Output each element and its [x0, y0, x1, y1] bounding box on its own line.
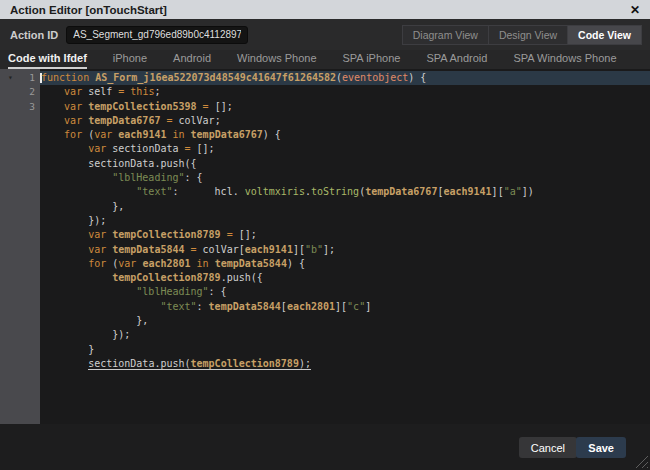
gutter-line	[0, 300, 40, 314]
editor-gutter: ▾123	[0, 69, 40, 424]
platform-tabs: Code with IfdefiPhoneAndroidWindows Phon…	[0, 50, 650, 69]
tab-iphone[interactable]: iPhone	[113, 52, 147, 69]
view-button-design-view[interactable]: Design View	[489, 25, 568, 45]
action-id-label: Action ID	[10, 29, 58, 41]
code-line: var tempData5844 = colVar[each9141]["b"]…	[40, 243, 650, 257]
code-line: "lblHeading": {	[40, 171, 650, 185]
line-number: 3	[29, 101, 35, 112]
gutter-line	[0, 157, 40, 171]
save-button[interactable]: Save	[576, 437, 626, 458]
action-editor-dialog: Action Editor [onTouchStart] ✕ Action ID…	[0, 0, 650, 470]
gutter-line	[0, 214, 40, 228]
code-line: "text": hcl. voltmxiris.toString(tempDat…	[40, 185, 650, 199]
cancel-button[interactable]: Cancel	[519, 437, 577, 458]
code-line: });	[40, 214, 650, 228]
gutter-line	[0, 243, 40, 257]
gutter-line	[0, 171, 40, 185]
gutter-line	[0, 343, 40, 357]
gutter-line	[0, 271, 40, 285]
resize-grip-icon[interactable]	[634, 454, 648, 468]
code-line: sectionData.push({	[40, 157, 650, 171]
gutter-line	[0, 257, 40, 271]
gutter-line	[0, 314, 40, 328]
tab-spa-windows-phone[interactable]: SPA Windows Phone	[513, 52, 616, 69]
gutter-line	[0, 185, 40, 199]
gutter-line	[0, 228, 40, 242]
code-line: "lblHeading": {	[40, 285, 650, 299]
code-line: sectionData.push(tempCollection8789);	[40, 357, 650, 371]
gutter-line	[0, 357, 40, 371]
tab-windows-phone[interactable]: Windows Phone	[237, 52, 317, 69]
view-button-code-view[interactable]: Code View	[568, 25, 642, 45]
gutter-line	[0, 200, 40, 214]
code-editor: ▾123 function AS_Form_j16ea522073d48549c…	[0, 69, 650, 424]
code-line: tempCollection8789.push({	[40, 271, 650, 285]
action-id-input[interactable]	[66, 26, 248, 44]
code-line: var sectionData = [];	[40, 142, 650, 156]
gutter-line	[0, 285, 40, 299]
tab-spa-android[interactable]: SPA Android	[426, 52, 487, 69]
code-line: var self = this;	[40, 85, 650, 99]
gutter-line	[0, 328, 40, 342]
gutter-line: 2	[0, 85, 40, 99]
code-line: },	[40, 314, 650, 328]
action-id-bar: Action ID Diagram ViewDesign ViewCode Vi…	[0, 19, 650, 50]
line-number: 1	[29, 72, 35, 83]
gutter-line: 3	[0, 100, 40, 114]
code-line: var tempCollection5398 = [];	[40, 100, 650, 114]
gutter-line	[0, 128, 40, 142]
view-button-diagram-view[interactable]: Diagram View	[402, 25, 489, 45]
dialog-footer: Cancel Save	[0, 424, 650, 470]
code-line: for (var each9141 in tempData6767) {	[40, 128, 650, 142]
code-line: });	[40, 328, 650, 342]
close-icon[interactable]: ✕	[630, 4, 640, 16]
gutter-line: ▾1	[0, 71, 40, 85]
code-line: for (var each2801 in tempData5844) {	[40, 257, 650, 271]
code-line: }	[40, 343, 650, 357]
tab-android[interactable]: Android	[173, 52, 211, 69]
code-line: function AS_Form_j16ea522073d48549c41647…	[40, 71, 650, 85]
code-line: "text": tempData5844[each2801]["c"]	[40, 300, 650, 314]
code-line: var tempCollection8789 = [];	[40, 228, 650, 242]
code-line: var tempData6767 = colVar;	[40, 114, 650, 128]
gutter-line	[0, 114, 40, 128]
tab-spa-iphone[interactable]: SPA iPhone	[343, 52, 401, 69]
line-number: 2	[29, 86, 35, 97]
view-switcher: Diagram ViewDesign ViewCode View	[402, 25, 642, 45]
tab-code-with-ifdef[interactable]: Code with Ifdef	[8, 52, 87, 69]
editor-code-area[interactable]: function AS_Form_j16ea522073d48549c41647…	[40, 69, 650, 424]
gutter-line	[0, 142, 40, 156]
code-line: },	[40, 200, 650, 214]
dialog-titlebar: Action Editor [onTouchStart] ✕	[0, 0, 650, 19]
fold-arrow-icon[interactable]: ▾	[8, 71, 13, 85]
dialog-title: Action Editor [onTouchStart]	[10, 4, 167, 16]
